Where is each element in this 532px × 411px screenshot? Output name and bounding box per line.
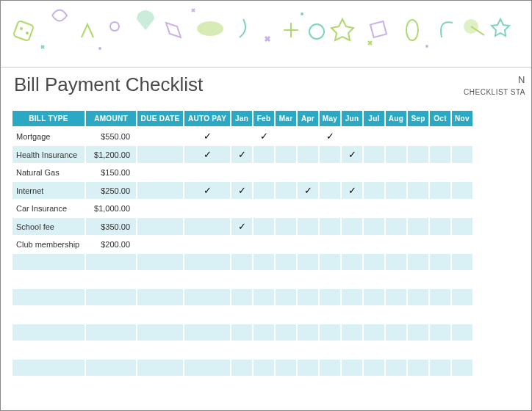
cell-month[interactable] — [254, 307, 274, 323]
cell-month[interactable] — [386, 289, 406, 305]
cell-month[interactable] — [452, 218, 472, 235]
cell-month[interactable] — [364, 146, 384, 163]
cell-amount[interactable]: $1,000.00 — [86, 200, 136, 217]
cell-auto-pay[interactable] — [184, 342, 230, 358]
cell-month[interactable] — [386, 307, 406, 323]
cell-bill-type[interactable] — [12, 342, 85, 358]
cell-month[interactable] — [320, 200, 340, 217]
cell-month[interactable] — [276, 200, 296, 217]
cell-month[interactable] — [386, 272, 406, 288]
cell-month[interactable] — [276, 360, 296, 376]
cell-month[interactable] — [231, 360, 252, 376]
cell-auto-pay[interactable] — [184, 218, 230, 235]
cell-month[interactable] — [386, 128, 406, 145]
cell-month[interactable] — [254, 289, 274, 305]
cell-month[interactable] — [320, 254, 340, 270]
cell-bill-type[interactable] — [12, 254, 85, 270]
cell-month[interactable] — [408, 164, 428, 181]
cell-month[interactable] — [408, 360, 428, 376]
cell-bill-type[interactable]: Club membership — [12, 236, 85, 252]
cell-month[interactable] — [386, 360, 406, 376]
cell-month[interactable] — [386, 164, 406, 181]
cell-month[interactable] — [254, 164, 274, 181]
cell-month[interactable]: ✓ — [254, 128, 274, 145]
cell-month[interactable] — [276, 128, 296, 145]
cell-auto-pay[interactable]: ✓ — [184, 146, 230, 163]
cell-month[interactable] — [342, 254, 362, 270]
cell-month[interactable] — [408, 307, 428, 323]
cell-month[interactable] — [320, 342, 340, 358]
cell-due-date[interactable] — [137, 254, 183, 270]
cell-month[interactable] — [364, 307, 384, 323]
cell-month[interactable] — [342, 128, 362, 145]
cell-amount[interactable]: $150.00 — [86, 164, 136, 181]
cell-month[interactable] — [320, 360, 340, 376]
cell-month[interactable] — [364, 182, 384, 199]
cell-month[interactable] — [452, 307, 472, 323]
cell-month[interactable] — [386, 342, 406, 358]
cell-month[interactable] — [298, 289, 318, 305]
cell-month[interactable] — [342, 218, 362, 235]
cell-month[interactable] — [452, 236, 472, 252]
cell-month[interactable] — [231, 272, 252, 288]
cell-month[interactable] — [320, 307, 340, 323]
cell-month[interactable] — [364, 254, 384, 270]
cell-month[interactable] — [386, 236, 406, 252]
cell-month[interactable] — [364, 289, 384, 305]
cell-due-date[interactable] — [137, 289, 183, 305]
cell-month[interactable] — [231, 254, 252, 270]
cell-month[interactable] — [364, 272, 384, 288]
cell-month[interactable] — [276, 307, 296, 323]
cell-amount[interactable] — [86, 272, 136, 288]
cell-month[interactable] — [452, 272, 472, 288]
cell-month[interactable] — [430, 254, 450, 270]
cell-bill-type[interactable]: Natural Gas — [12, 164, 85, 181]
cell-month[interactable] — [430, 146, 450, 163]
cell-month[interactable] — [452, 324, 472, 341]
cell-month[interactable] — [231, 307, 252, 323]
cell-month[interactable] — [408, 236, 428, 252]
cell-month[interactable] — [254, 146, 274, 163]
cell-month[interactable]: ✓ — [342, 182, 362, 199]
cell-month[interactable]: ✓ — [342, 146, 362, 163]
cell-month[interactable]: ✓ — [231, 218, 252, 235]
cell-month[interactable] — [231, 342, 252, 358]
cell-month[interactable] — [298, 200, 318, 217]
cell-month[interactable] — [452, 342, 472, 358]
cell-month[interactable] — [298, 128, 318, 145]
cell-bill-type[interactable]: Mortgage — [12, 128, 85, 145]
cell-month[interactable] — [342, 307, 362, 323]
cell-month[interactable] — [254, 324, 274, 341]
cell-month[interactable] — [342, 342, 362, 358]
cell-month[interactable] — [408, 182, 428, 199]
cell-due-date[interactable] — [137, 182, 183, 199]
cell-month[interactable] — [430, 289, 450, 305]
cell-month[interactable] — [452, 164, 472, 181]
cell-amount[interactable] — [86, 324, 136, 341]
cell-amount[interactable] — [86, 289, 136, 305]
cell-month[interactable] — [298, 272, 318, 288]
cell-month[interactable] — [276, 146, 296, 163]
cell-month[interactable] — [342, 236, 362, 252]
cell-month[interactable] — [408, 254, 428, 270]
cell-month[interactable] — [254, 342, 274, 358]
cell-month[interactable] — [342, 324, 362, 341]
cell-month[interactable] — [408, 146, 428, 163]
cell-month[interactable] — [298, 324, 318, 341]
cell-month[interactable] — [386, 254, 406, 270]
cell-month[interactable] — [320, 289, 340, 305]
cell-month[interactable] — [231, 164, 252, 181]
cell-month[interactable] — [430, 182, 450, 199]
cell-month[interactable] — [364, 164, 384, 181]
cell-month[interactable] — [408, 128, 428, 145]
cell-month[interactable] — [386, 200, 406, 217]
cell-month[interactable] — [452, 360, 472, 376]
cell-month[interactable] — [276, 289, 296, 305]
cell-month[interactable] — [276, 182, 296, 199]
cell-month[interactable] — [408, 324, 428, 341]
cell-month[interactable] — [342, 360, 362, 376]
cell-month[interactable] — [320, 218, 340, 235]
cell-month[interactable] — [408, 342, 428, 358]
cell-month[interactable]: ✓ — [231, 182, 252, 199]
cell-due-date[interactable] — [137, 200, 183, 217]
